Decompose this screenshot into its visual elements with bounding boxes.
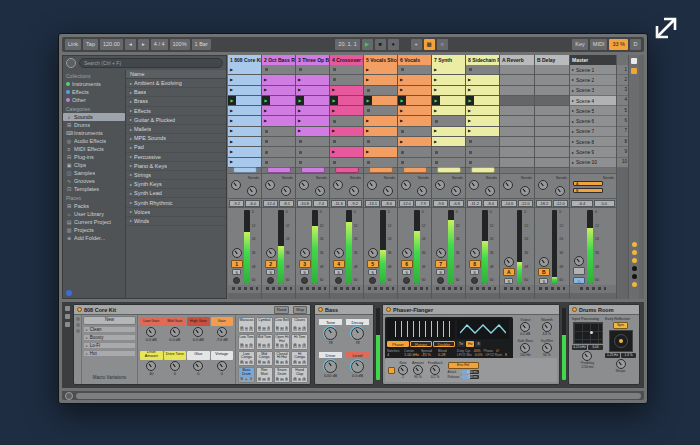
collection-item[interactable]: Effects [63,88,125,96]
midi-map-button[interactable]: MIDI [590,39,608,50]
clip-slot[interactable]: ▶ [228,106,261,116]
clip-slot[interactable]: ▶ [228,137,261,147]
clip-slot[interactable]: ▶ [296,106,329,116]
pan-knob[interactable] [300,248,310,258]
arrangement-position-display[interactable]: 20. 1. 1 [335,39,359,50]
info-toggle-icon[interactable] [65,392,73,400]
search-input[interactable]: Search (Ctrl + F) [79,58,223,68]
category-item[interactable]: ∿Grooves [63,177,125,185]
env-follower-button[interactable]: Env Fol [448,362,479,369]
scene-launch[interactable]: ▸Scene 1 [570,65,616,75]
browser-list-item[interactable]: ▸Brass [126,97,226,106]
clip-slot[interactable]: ▶ [466,86,499,96]
clip-slot[interactable] [398,147,431,157]
clip-slot[interactable] [500,116,534,126]
category-item[interactable]: ≡MIDI Effects [63,145,125,153]
scene-number[interactable]: 9 [617,147,628,157]
drum-pad[interactable]: Bass DrumM▸S [238,367,255,383]
groove-amount-field[interactable]: 100% [170,39,190,50]
category-item[interactable]: ◫Samples [63,169,125,177]
device-on-toggle[interactable] [386,307,391,312]
macro-knob[interactable] [170,361,180,371]
info-view-icon[interactable] [66,290,72,296]
pad-mini-button[interactable]: ▸ [262,361,266,365]
view-toggle-icon[interactable] [631,68,637,74]
solo-button[interactable]: S [266,269,275,275]
solo-button[interactable]: S [402,269,411,275]
clip-slot[interactable] [466,65,499,75]
record-button[interactable]: ● [388,39,399,50]
pad-mini-button[interactable]: S [285,378,289,382]
clip-slot[interactable]: ▶ [296,86,329,96]
macro-knob[interactable] [217,361,227,371]
track-header[interactable]: 2 Oct Bass Rack [262,55,295,65]
stop-button[interactable]: ■ [375,39,386,50]
clip-slot[interactable]: ▶ [296,116,329,126]
track-header[interactable]: 7 Synth [432,55,465,65]
pad-mini-button[interactable]: ▸ [280,327,284,331]
clip-slot[interactable] [432,116,465,126]
pad-mini-button[interactable]: ▸ [298,378,302,382]
category-item[interactable]: ⊡Templates [63,185,125,193]
param-label[interactable]: Drive [318,351,343,359]
cue-headphone-button[interactable]: ∩ [573,277,585,284]
chain-row[interactable]: Clean [83,326,136,333]
mode-button[interactable]: Flanger [410,341,432,347]
clip-slot[interactable]: ▶ [466,116,499,126]
round-button[interactable] [632,266,637,271]
send-b-knob[interactable] [383,186,393,196]
browser-list-item[interactable]: ▸Synth Keys [126,180,226,189]
clip-slot[interactable]: ▶ [330,106,363,116]
param-label[interactable]: Decay [345,318,370,326]
lfo2-rate-field[interactable]: 8 [475,341,481,347]
link-button[interactable]: Link [65,39,81,50]
browser-list-item[interactable]: ▸Bass [126,88,226,97]
clip-slot[interactable] [535,116,569,126]
send-b-knob[interactable] [555,186,565,196]
track-activator-button[interactable]: 2 [265,260,277,268]
pad-mini-button[interactable]: S [249,344,253,348]
pad-mini-button[interactable]: ▸ [298,344,302,348]
pad-mini-button[interactable]: S [267,344,271,348]
clip-slot[interactable]: ▶ [364,147,397,157]
macro-label[interactable]: Drive Amount [140,351,163,360]
send-b-knob[interactable] [417,186,427,196]
pad-mini-button[interactable]: ▸ [298,327,302,331]
macro-label[interactable]: Glue [187,351,210,360]
open-external-icon[interactable] [652,8,686,42]
solo-button[interactable]: S [368,269,377,275]
clip-slot[interactable] [535,75,569,85]
lfo-rate-mode-toggle[interactable]: Hz [466,341,474,347]
drum-pad[interactable]: Low CongaM▸S [238,351,255,367]
drum-pad[interactable]: Mid CongaM▸S [256,351,273,367]
place-item[interactable]: ▤Current Project [63,218,125,226]
drum-pad[interactable]: MaracasM▸S [238,317,255,333]
clip-slot[interactable] [500,75,534,85]
track-header[interactable]: 4 Crossover Syn [330,55,363,65]
clip-slot[interactable]: ▶ [398,137,431,147]
pan-knob[interactable] [436,248,446,258]
clip-slot[interactable] [500,86,534,96]
send-b-knob[interactable] [349,186,359,196]
pad-mini-button[interactable]: M [240,344,244,348]
send-b-knob[interactable] [485,186,495,196]
key-map-button[interactable]: Key [572,39,587,50]
new-chain-button[interactable]: New [83,316,136,325]
macro-knob[interactable] [193,361,203,371]
clip-slot[interactable]: ▶ [432,75,465,85]
param-knob[interactable] [324,360,337,373]
time-signature-field[interactable]: 4 / 4 [151,39,168,50]
release-slider[interactable]: 100 ms [461,375,479,379]
pan-knob[interactable] [470,248,480,258]
clip-slot[interactable]: ▶ [466,75,499,85]
clip-slot[interactable]: ▶ [432,137,465,147]
clip-slot[interactable] [330,116,363,126]
solo-button[interactable]: S [504,278,513,284]
param-label[interactable]: Level [345,351,370,359]
arm-button[interactable] [301,277,308,284]
pad-mini-button[interactable]: M [240,327,244,331]
clip-slot[interactable] [262,127,295,137]
nudge-up-button[interactable]: ▸ [138,39,149,50]
round-button[interactable] [632,282,637,287]
phaser-param[interactable]: Center1.00 kHz [404,349,421,358]
